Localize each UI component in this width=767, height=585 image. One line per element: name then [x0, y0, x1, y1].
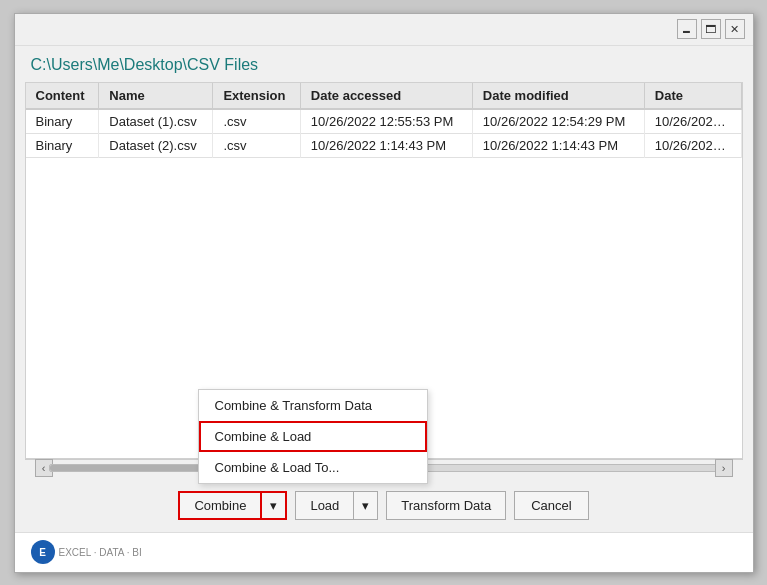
- title-bar: 🗕 🗖 ✕: [15, 14, 753, 46]
- scroll-right-button[interactable]: ›: [715, 459, 733, 477]
- table-row[interactable]: Binary Dataset (2).csv .csv 10/26/2022 1…: [26, 133, 742, 157]
- cell-ext-2: .csv: [213, 133, 300, 157]
- combine-dropdown-menu: Combine & Transform Data Combine & Load …: [198, 389, 428, 484]
- cell-content-1: Binary: [26, 109, 99, 134]
- button-row: Combine & Transform Data Combine & Load …: [15, 477, 753, 532]
- maximize-button[interactable]: 🗖: [701, 19, 721, 39]
- cell-content-2: Binary: [26, 133, 99, 157]
- bottom-area: E EXCEL · DATA · BI: [15, 532, 753, 572]
- dialog-window: 🗕 🗖 ✕ C:\Users\Me\Desktop\CSV Files Cont…: [14, 13, 754, 573]
- col-header-content: Content: [26, 83, 99, 109]
- dialog-path: C:\Users\Me\Desktop\CSV Files: [15, 46, 753, 82]
- title-bar-buttons: 🗕 🗖 ✕: [677, 19, 745, 39]
- cancel-button[interactable]: Cancel: [514, 491, 588, 520]
- combine-arrow-button[interactable]: ▾: [262, 491, 287, 520]
- cell-name-1: Dataset (1).csv: [99, 109, 213, 134]
- col-header-name: Name: [99, 83, 213, 109]
- table-row[interactable]: Binary Dataset (1).csv .csv 10/26/2022 1…: [26, 109, 742, 134]
- col-header-date-accessed: Date accessed: [300, 83, 472, 109]
- table-header-row: Content Name Extension Date accessed Dat…: [26, 83, 742, 109]
- col-header-extension: Extension: [213, 83, 300, 109]
- cell-date-2: 10/26/202…: [644, 133, 741, 157]
- combine-button-group: Combine ▾: [178, 491, 287, 520]
- cell-name-2: Dataset (2).csv: [99, 133, 213, 157]
- cell-date-1: 10/26/202…: [644, 109, 741, 134]
- dropdown-item-combine-load[interactable]: Combine & Load: [199, 421, 427, 452]
- combine-button[interactable]: Combine: [178, 491, 262, 520]
- close-button[interactable]: ✕: [725, 19, 745, 39]
- minimize-button[interactable]: 🗕: [677, 19, 697, 39]
- cell-date-accessed-2: 10/26/2022 1:14:43 PM: [300, 133, 472, 157]
- cell-date-modified-1: 10/26/2022 12:54:29 PM: [472, 109, 644, 134]
- cell-date-modified-2: 10/26/2022 1:14:43 PM: [472, 133, 644, 157]
- col-header-date-modified: Date modified: [472, 83, 644, 109]
- logo-icon: E: [31, 540, 55, 564]
- cell-date-accessed-1: 10/26/2022 12:55:53 PM: [300, 109, 472, 134]
- transform-data-button[interactable]: Transform Data: [386, 491, 506, 520]
- logo-badge: E EXCEL · DATA · BI: [31, 540, 142, 564]
- logo-text: EXCEL · DATA · BI: [59, 547, 142, 558]
- load-button[interactable]: Load: [295, 491, 354, 520]
- file-table: Content Name Extension Date accessed Dat…: [26, 83, 742, 158]
- col-header-date: Date: [644, 83, 741, 109]
- load-button-group: Load ▾: [295, 491, 378, 520]
- dropdown-item-combine-load-to[interactable]: Combine & Load To...: [199, 452, 427, 483]
- dropdown-item-combine-transform[interactable]: Combine & Transform Data: [199, 390, 427, 421]
- load-arrow-button[interactable]: ▾: [354, 491, 378, 520]
- cell-ext-1: .csv: [213, 109, 300, 134]
